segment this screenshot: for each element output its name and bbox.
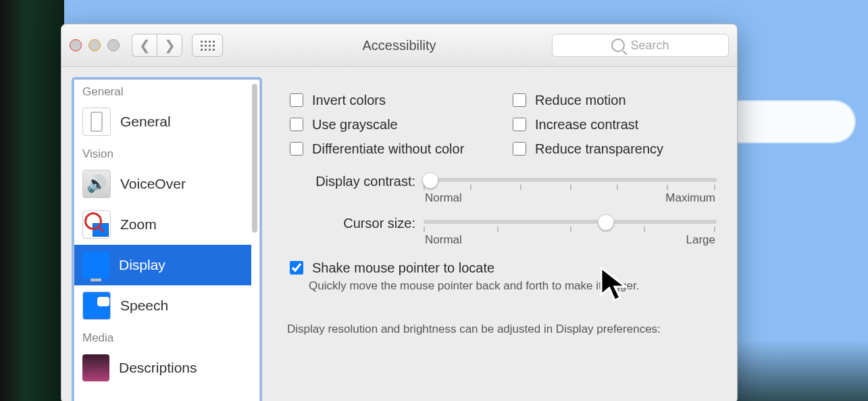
show-all-prefs-button[interactable] (192, 34, 223, 57)
sidebar-section-header: Vision (74, 142, 251, 164)
checkbox-input[interactable] (290, 142, 303, 156)
slider-min-label: Normal (425, 191, 462, 205)
nav-back-forward: ❮ ❯ (132, 34, 182, 57)
reduce-transparency-checkbox[interactable]: Reduce transparency (510, 140, 717, 158)
zoom-icon (82, 210, 111, 239)
checkbox-label: Differentiate without color (312, 141, 464, 157)
sidebar-item-label: Speech (120, 298, 168, 314)
window-titlebar: ❮ ❯ Accessibility Search (61, 24, 737, 67)
display-contrast-label: Display contrast: (287, 174, 424, 189)
checkbox-label: Invert colors (312, 93, 386, 108)
window-traffic-lights (70, 39, 120, 51)
checkbox-input[interactable] (290, 118, 303, 131)
checkbox-input[interactable] (513, 93, 526, 107)
checkbox-label: Use grayscale (312, 117, 398, 133)
sidebar-item-label: VoiceOver (120, 176, 186, 192)
sidebar-item-descriptions[interactable]: Descriptions (74, 348, 251, 388)
slider-thumb[interactable] (598, 214, 614, 231)
checkbox-input[interactable] (513, 118, 526, 131)
desktop-background (0, 0, 64, 401)
display-prefs-note: Display resolution and brightness can be… (287, 323, 717, 336)
sidebar-section-header: General (74, 80, 251, 101)
checkbox-input[interactable] (513, 142, 526, 156)
sidebar-item-voiceover[interactable]: 🔊 VoiceOver (74, 164, 251, 204)
cursor-size-label: Cursor size: (287, 216, 424, 231)
display-pane: Invert colors Reduce motion Use grayscal… (264, 67, 737, 401)
checkbox-input[interactable] (290, 261, 303, 275)
descriptions-icon (82, 354, 109, 381)
sidebar-item-zoom[interactable]: Zoom (74, 204, 251, 245)
desktop-background (719, 101, 854, 142)
shake-mouse-checkbox[interactable]: Shake mouse pointer to locate (287, 259, 717, 277)
checkbox-label: Reduce motion (535, 93, 626, 108)
sidebar-item-display[interactable]: Display (74, 245, 251, 285)
checkbox-input[interactable] (290, 93, 303, 107)
speech-icon (82, 291, 111, 320)
checkbox-label: Increase contrast (535, 117, 638, 133)
category-sidebar: General General Vision 🔊 VoiceOver Zoom (74, 79, 260, 401)
display-contrast-slider[interactable] (424, 178, 717, 182)
sidebar-item-general[interactable]: General (74, 101, 251, 142)
forward-button[interactable]: ❯ (157, 34, 182, 57)
display-icon (82, 252, 109, 279)
slider-min-label: Normal (425, 233, 462, 247)
reduce-motion-checkbox[interactable]: Reduce motion (510, 91, 717, 109)
minimize-button[interactable] (88, 39, 101, 51)
sidebar-item-label: General (120, 114, 171, 130)
search-placeholder: Search (630, 39, 669, 53)
voiceover-icon: 🔊 (82, 170, 111, 198)
sidebar-item-label: Display (119, 257, 165, 273)
slider-max-label: Large (686, 233, 715, 247)
accessibility-preferences-window: ❮ ❯ Accessibility Search General General (61, 24, 738, 401)
cursor-size-slider[interactable] (424, 220, 717, 224)
slider-max-label: Maximum (665, 191, 715, 205)
sidebar-item-label: Descriptions (119, 360, 197, 376)
checkbox-label: Reduce transparency (535, 141, 663, 157)
search-icon (611, 39, 625, 52)
increase-contrast-checkbox[interactable]: Increase contrast (510, 116, 717, 133)
sidebar-scrollbar[interactable] (252, 84, 257, 233)
sidebar-section-header: Media (74, 326, 251, 348)
zoom-button[interactable] (107, 39, 120, 51)
use-grayscale-checkbox[interactable]: Use grayscale (287, 116, 494, 133)
checkbox-label: Shake mouse pointer to locate (312, 260, 494, 276)
search-field[interactable]: Search (552, 34, 729, 57)
sidebar-item-label: Zoom (120, 216, 157, 233)
sidebar-item-speech[interactable]: Speech (74, 285, 251, 326)
general-icon (82, 108, 111, 136)
back-button[interactable]: ❮ (132, 34, 157, 57)
invert-colors-checkbox[interactable]: Invert colors (287, 91, 494, 109)
shake-mouse-description: Quickly move the mouse pointer back and … (309, 279, 717, 293)
close-button[interactable] (70, 39, 82, 51)
differentiate-without-color-checkbox[interactable]: Differentiate without color (287, 140, 494, 158)
desktop-background (733, 340, 868, 401)
